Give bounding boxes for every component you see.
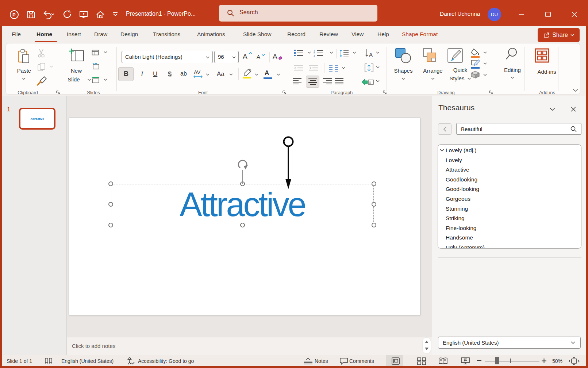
save-icon[interactable] — [26, 10, 36, 19]
slide-sorter-icon[interactable] — [417, 357, 426, 365]
handle-top-left[interactable] — [108, 181, 113, 186]
editing-label[interactable]: Editing — [499, 67, 526, 73]
slide-title-text[interactable]: Attractive — [111, 184, 374, 225]
thesaurus-search-input[interactable]: Beautiful — [456, 123, 581, 135]
group-expander-icon[interactable] — [439, 149, 445, 152]
zoom-in-icon[interactable] — [541, 358, 547, 364]
increase-indent-icon[interactable] — [309, 65, 318, 72]
tab-transitions[interactable]: Transitions — [153, 26, 180, 43]
undo-icon[interactable] — [42, 10, 54, 19]
text-direction-chevron-icon[interactable] — [376, 51, 380, 54]
copy-chevron-icon[interactable] — [50, 65, 53, 68]
italic-button[interactable]: I — [141, 70, 143, 78]
zoom-out-icon[interactable] — [477, 360, 482, 361]
change-case-chevron-icon[interactable] — [229, 73, 233, 76]
clear-formatting-button[interactable]: A — [273, 53, 277, 61]
thesaurus-item[interactable]: Attractive — [438, 165, 581, 175]
numbering-chevron-icon[interactable] — [330, 51, 333, 54]
text-shadow-button[interactable]: S — [168, 70, 172, 78]
comments-icon[interactable] — [339, 357, 348, 365]
fit-slide-to-window-icon[interactable] — [569, 357, 580, 365]
section-icon[interactable] — [92, 76, 100, 84]
normal-view-icon[interactable] — [392, 357, 400, 365]
shape-outline-icon[interactable] — [470, 59, 480, 69]
previous-slide-icon[interactable] — [424, 340, 429, 344]
shape-fill-icon[interactable] — [470, 48, 480, 58]
slide-thumbnail[interactable]: Attractive — [19, 108, 55, 130]
strikethrough-button[interactable]: ab — [180, 70, 187, 77]
bold-button[interactable]: B — [118, 67, 134, 81]
tab-insert[interactable]: Insert — [67, 26, 81, 43]
reading-view-icon[interactable] — [438, 357, 448, 365]
thesaurus-item[interactable]: Goodlooking — [438, 175, 581, 185]
columns-icon[interactable] — [328, 65, 339, 72]
thesaurus-item[interactable]: Gorgeous — [438, 194, 581, 204]
zoom-slider-track[interactable] — [485, 361, 539, 361]
character-spacing-chevron-icon[interactable] — [206, 73, 210, 76]
copy-icon[interactable] — [37, 62, 47, 72]
zoom-level[interactable]: 50% — [552, 358, 562, 364]
slideshow-view-icon[interactable] — [461, 357, 470, 365]
font-name-combo[interactable]: Calibri Light (Headings) — [122, 51, 213, 63]
smartart-chevron-icon[interactable] — [376, 80, 380, 82]
notes-toggle-icon[interactable] — [303, 358, 313, 364]
accessibility-icon[interactable] — [126, 357, 135, 365]
minimize-button[interactable] — [516, 9, 527, 20]
close-button[interactable] — [569, 9, 580, 20]
shape-outline-chevron-icon[interactable] — [483, 62, 487, 65]
reset-slide-icon[interactable] — [92, 62, 100, 70]
home-icon[interactable] — [96, 10, 105, 19]
tab-file[interactable]: File — [12, 26, 21, 43]
paste-icon[interactable] — [18, 48, 31, 66]
font-dialog-launcher-icon[interactable] — [282, 90, 287, 95]
thesaurus-item[interactable]: Handsome — [438, 233, 581, 243]
addins-button-label[interactable]: Add-ins — [529, 69, 565, 75]
justify-icon[interactable] — [334, 78, 344, 85]
cut-icon[interactable] — [38, 49, 45, 58]
thesaurus-back-button[interactable] — [438, 123, 451, 135]
thesaurus-search-icon[interactable] — [570, 126, 577, 132]
editing-icon[interactable] — [505, 47, 519, 61]
addins-icon[interactable] — [534, 48, 550, 64]
thesaurus-item[interactable]: Fine-looking — [438, 223, 581, 233]
align-left-icon[interactable] — [292, 78, 302, 85]
section-chevron-icon[interactable] — [104, 78, 107, 81]
tab-animations[interactable]: Animations — [197, 26, 225, 43]
shapes-label[interactable]: Shapes — [389, 68, 417, 74]
tab-review[interactable]: Review — [319, 26, 338, 43]
zoom-slider-thumb[interactable] — [495, 357, 499, 364]
line-spacing-chevron-icon[interactable] — [353, 51, 356, 54]
decrease-indent-icon[interactable] — [294, 65, 303, 72]
powerpoint-app-icon[interactable]: P — [9, 10, 19, 19]
comments-label[interactable]: Comments — [349, 358, 374, 364]
maximize-button[interactable] — [542, 9, 553, 20]
change-case-button[interactable]: Aa — [217, 70, 224, 78]
search-box[interactable]: Search — [219, 5, 377, 22]
underline-button[interactable]: U — [153, 70, 157, 78]
drawing-dialog-launcher-icon[interactable] — [489, 90, 493, 95]
format-painter-icon[interactable] — [36, 76, 47, 86]
notes-area[interactable]: Click to add notes — [67, 337, 432, 355]
tab-draw[interactable]: Draw — [94, 26, 107, 43]
thesaurus-item-antonym[interactable]: Ugly (Antonym) — [438, 243, 581, 249]
handle-middle-left[interactable] — [108, 202, 113, 207]
handle-bottom-right[interactable] — [372, 223, 376, 227]
editing-chevron-icon[interactable] — [510, 76, 515, 79]
thesaurus-item[interactable]: Good-looking — [438, 184, 581, 194]
columns-chevron-icon[interactable] — [342, 67, 345, 69]
shrink-font-button[interactable]: A — [257, 54, 260, 60]
tab-design[interactable]: Design — [120, 26, 138, 43]
highlight-color-icon[interactable] — [242, 69, 252, 79]
numbering-icon[interactable]: 123 — [314, 49, 323, 57]
next-slide-icon[interactable] — [424, 347, 429, 350]
font-size-combo[interactable]: 96 — [214, 51, 239, 63]
shape-fill-chevron-icon[interactable] — [483, 51, 487, 54]
shapes-icon[interactable] — [395, 48, 412, 64]
rotation-handle-icon[interactable] — [237, 159, 250, 171]
thesaurus-results-list[interactable]: Lovely (adj.) Lovely Attractive Goodlook… — [438, 144, 581, 249]
new-slide-label-line1[interactable]: New — [62, 68, 90, 74]
new-slide-label-line2[interactable]: Slide — [60, 76, 88, 83]
new-slide-chevron-icon[interactable] — [87, 78, 91, 81]
paste-chevron-icon[interactable] — [22, 77, 26, 80]
avatar[interactable]: DU — [488, 8, 501, 21]
